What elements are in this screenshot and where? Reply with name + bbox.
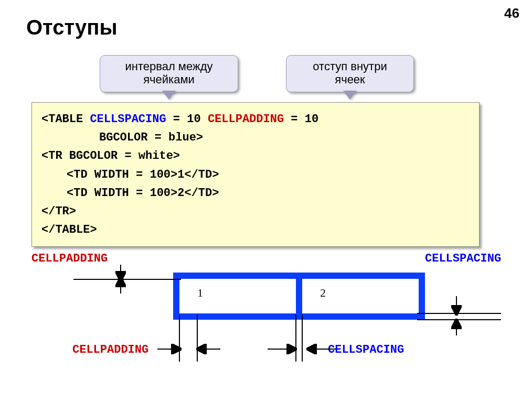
diagram-arrows xyxy=(0,0,532,402)
slide: 46 Отступы интервал между ячейками отсту… xyxy=(0,0,532,402)
